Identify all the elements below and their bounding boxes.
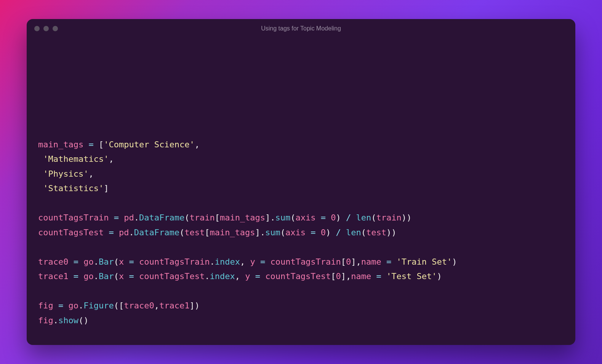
code-window: Using tags for Topic Modeling main_tags … xyxy=(27,19,575,345)
close-button[interactable] xyxy=(34,26,40,31)
minimize-button[interactable] xyxy=(43,26,49,31)
code-content: main_tags = ['Computer Science', 'Mathem… xyxy=(38,49,564,328)
traffic-lights xyxy=(34,26,58,31)
window-titlebar: Using tags for Topic Modeling xyxy=(27,19,575,38)
maximize-button[interactable] xyxy=(53,26,58,31)
code-editor[interactable]: main_tags = ['Computer Science', 'Mathem… xyxy=(27,38,575,332)
window-title: Using tags for Topic Modeling xyxy=(261,25,341,32)
